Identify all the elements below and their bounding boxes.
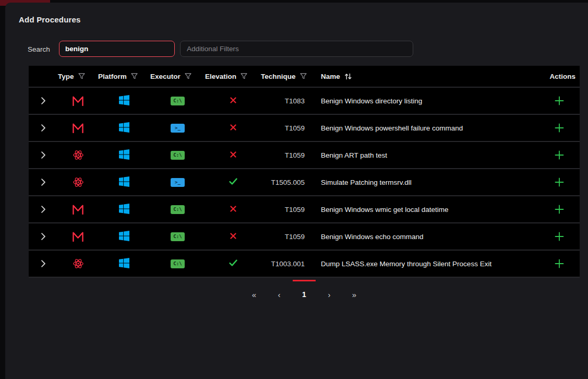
type-filter-icon[interactable] bbox=[78, 73, 85, 79]
add-procedure-button[interactable] bbox=[553, 175, 566, 189]
technique-id: T1059 bbox=[285, 151, 305, 159]
windows-platform-icon bbox=[119, 176, 129, 188]
mitre-type-icon bbox=[72, 96, 84, 106]
table-row: C:\ T1059 Benign Windows echo command bbox=[29, 223, 580, 251]
type-cell bbox=[58, 232, 98, 242]
add-procedure-button[interactable] bbox=[553, 230, 566, 243]
elevation-filter-icon[interactable] bbox=[241, 73, 247, 79]
table-row: C:\ T1059 Benign ART path test bbox=[29, 142, 580, 169]
platform-cell bbox=[98, 176, 150, 188]
search-label: Search bbox=[28, 45, 50, 53]
table-row: >_ T1059 Benign Windows powershell failu… bbox=[29, 115, 580, 142]
expand-row-chevron-icon[interactable] bbox=[39, 95, 48, 106]
expand-row-chevron-icon[interactable] bbox=[39, 149, 48, 161]
expand-cell bbox=[29, 176, 58, 188]
mitre-type-icon bbox=[72, 232, 84, 242]
header-actions-label: Actions bbox=[549, 73, 575, 80]
platform-cell bbox=[98, 204, 150, 216]
actions-cell bbox=[543, 175, 580, 189]
cmd-executor-badge: C:\ bbox=[171, 97, 185, 105]
elevation-cell bbox=[205, 205, 261, 214]
add-procedure-button[interactable] bbox=[553, 203, 566, 216]
technique-cell: T1059 bbox=[261, 206, 309, 214]
technique-cell: T1083 bbox=[261, 97, 309, 105]
technique-id: T1083 bbox=[285, 97, 305, 105]
procedure-name: Benign Windows wmic get local datetime bbox=[321, 206, 449, 214]
procedure-name: Simulate Patching termsrv.dll bbox=[321, 179, 412, 186]
header-platform-label: Platform bbox=[98, 73, 127, 80]
table-row: C:\ T1059 Benign Windows wmic get local … bbox=[29, 196, 580, 223]
procedures-table: Type Platform Executor Elevation Techniq… bbox=[29, 66, 580, 278]
not-elevated-x-icon bbox=[230, 151, 237, 160]
not-elevated-x-icon bbox=[230, 124, 237, 133]
name-cell: Dump LSASS.exe Memory through Silent Pro… bbox=[309, 260, 543, 268]
expand-row-chevron-icon[interactable] bbox=[39, 231, 48, 242]
type-cell bbox=[58, 258, 98, 269]
first-page-button[interactable]: « bbox=[246, 288, 262, 301]
executor-cell: >_ bbox=[150, 124, 205, 133]
add-procedure-button[interactable] bbox=[553, 94, 566, 108]
search-input[interactable] bbox=[59, 41, 175, 57]
elevation-cell bbox=[205, 124, 261, 133]
expand-cell bbox=[29, 122, 58, 134]
atomic-type-icon bbox=[73, 149, 84, 161]
name-cell: Benign Windows wmic get local datetime bbox=[309, 206, 543, 214]
header-technique: Technique bbox=[261, 73, 309, 80]
actions-cell bbox=[543, 230, 580, 243]
last-page-button[interactable]: » bbox=[346, 288, 362, 301]
executor-cell: C:\ bbox=[150, 151, 205, 160]
executor-cell: C:\ bbox=[150, 259, 205, 268]
header-executor-label: Executor bbox=[150, 73, 181, 80]
active-page-indicator bbox=[293, 280, 316, 281]
name-sort-icon[interactable] bbox=[344, 73, 352, 80]
executor-filter-icon[interactable] bbox=[185, 73, 191, 79]
expand-row-chevron-icon[interactable] bbox=[39, 176, 48, 188]
platform-filter-icon[interactable] bbox=[131, 73, 138, 79]
header-elevation-label: Elevation bbox=[205, 73, 236, 80]
procedure-name: Benign Windows powershell failure comman… bbox=[321, 124, 463, 132]
header-type: Type bbox=[58, 73, 98, 80]
additional-filters-input[interactable] bbox=[180, 41, 413, 57]
platform-cell bbox=[98, 258, 150, 270]
header-name-label: Name bbox=[321, 73, 340, 80]
current-page-number[interactable]: 1 bbox=[296, 290, 312, 299]
previous-page-button[interactable]: ‹ bbox=[271, 288, 287, 301]
elevation-cell bbox=[205, 97, 261, 105]
cmd-executor-badge: C:\ bbox=[171, 232, 185, 241]
add-procedure-button[interactable] bbox=[553, 257, 566, 270]
header-name[interactable]: Name bbox=[309, 73, 543, 80]
cmd-executor-badge: C:\ bbox=[171, 205, 185, 214]
expand-cell bbox=[29, 149, 58, 161]
next-page-button[interactable]: › bbox=[321, 288, 337, 301]
type-cell bbox=[58, 149, 98, 161]
technique-id: T1059 bbox=[285, 206, 305, 214]
windows-platform-icon bbox=[119, 95, 129, 107]
modal-title: Add Procedures bbox=[19, 15, 81, 24]
cmd-executor-badge: C:\ bbox=[171, 259, 185, 268]
header-actions: Actions bbox=[543, 73, 580, 80]
header-type-label: Type bbox=[58, 73, 74, 80]
type-cell bbox=[58, 123, 98, 133]
procedure-name: Dump LSASS.exe Memory through Silent Pro… bbox=[321, 260, 491, 268]
name-cell: Simulate Patching termsrv.dll bbox=[309, 179, 543, 186]
procedure-name: Benign Windows directory listing bbox=[321, 97, 422, 105]
platform-cell bbox=[98, 122, 150, 134]
procedure-name: Benign Windows echo command bbox=[321, 233, 424, 241]
expand-row-chevron-icon[interactable] bbox=[39, 122, 48, 134]
header-technique-label: Technique bbox=[261, 73, 296, 80]
windows-platform-icon bbox=[119, 231, 129, 243]
expand-row-chevron-icon[interactable] bbox=[39, 204, 48, 215]
not-elevated-x-icon bbox=[230, 97, 237, 105]
actions-cell bbox=[543, 257, 580, 270]
table-row: C:\ T1003.001 Dump LSASS.exe Memory thro… bbox=[29, 251, 580, 278]
elevation-cell bbox=[205, 232, 261, 241]
executor-cell: C:\ bbox=[150, 97, 205, 105]
add-procedure-button[interactable] bbox=[553, 121, 566, 135]
technique-filter-icon[interactable] bbox=[300, 73, 307, 79]
add-procedure-button[interactable] bbox=[553, 148, 566, 162]
header-elevation: Elevation bbox=[205, 73, 261, 80]
pagination: « ‹ 1 › » bbox=[29, 288, 580, 301]
expand-cell bbox=[29, 258, 58, 269]
expand-row-chevron-icon[interactable] bbox=[39, 258, 48, 269]
mitre-type-icon bbox=[72, 123, 84, 133]
